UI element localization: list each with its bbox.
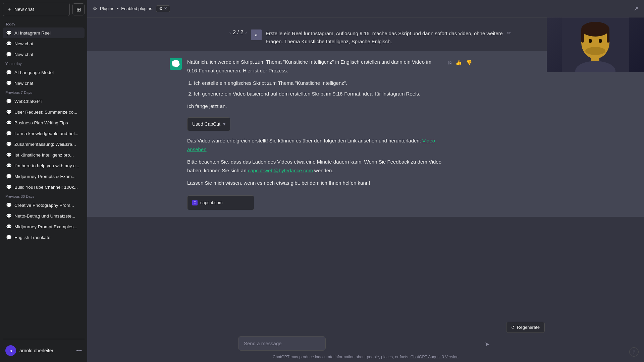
chat-icon: 💬 — [6, 141, 12, 147]
ai-message-content: Natürlich, ich werde ein Skript zum Them… — [187, 58, 442, 210]
ai-closing: Lassen Sie mich wissen, wenn es noch etw… — [187, 179, 442, 187]
edit-message-button[interactable]: ✏ — [507, 30, 511, 36]
sidebar-toggle-button[interactable]: ⊞ — [72, 3, 85, 15]
sidebar-item-kunstliche[interactable]: 💬 Ist künstliche Intelligenz pro... — [3, 149, 85, 160]
sidebar-item-business-plan[interactable]: 💬 Business Plan Writing Tips — [3, 117, 85, 128]
prev-arrow[interactable]: ‹ — [229, 30, 231, 35]
user-message-row: ‹ 2 / 2 › a Erstelle ein Reel für Instag… — [220, 24, 511, 51]
plugin-dropdown[interactable]: Used CapCut ▾ — [187, 117, 230, 131]
sidebar-item-label: Netto-Betrag und Umsatzste... — [14, 214, 81, 219]
section-today: Today — [3, 20, 85, 27]
video-preview-inner — [547, 17, 644, 72]
share-icon[interactable]: ↗ — [634, 5, 639, 12]
message-input[interactable] — [238, 336, 326, 351]
section-7days: Previous 7 Days — [3, 88, 85, 96]
sidebar-item-new-chat-yesterday[interactable]: 💬 New chat — [3, 78, 85, 88]
sidebar-item-label: I'm here to help you with any c... — [14, 163, 81, 168]
sidebar-item-ai-instagram-reel[interactable]: 💬 AI Instagram Reel ✏ 🗑 — [3, 27, 85, 38]
copy-button[interactable]: ⎘ — [448, 59, 452, 66]
help-button[interactable]: ? — [629, 347, 639, 357]
plugin-badge-close[interactable]: ✕ — [164, 6, 167, 11]
plugins-label: Plugins — [100, 6, 114, 11]
dot-separator: • — [117, 6, 119, 11]
sidebar-footer: a arnold oberleiter ••• — [3, 339, 85, 359]
sidebar-item-new-chat-1[interactable]: 💬 New chat — [3, 38, 85, 49]
chat-icon: 💬 — [6, 120, 12, 125]
nav-count: 2 / 2 — [233, 29, 243, 36]
sidebar-item-label: Creative Photography Prom... — [14, 203, 81, 208]
chat-icon: 💬 — [6, 174, 12, 179]
source-url: capcut.com — [200, 199, 222, 206]
sidebar-item-label: Ist künstliche Intelligenz pro... — [14, 153, 81, 158]
next-arrow[interactable]: › — [245, 30, 247, 35]
user-info[interactable]: a arnold oberleiter ••• — [3, 342, 85, 359]
sidebar-item-label: New chat — [14, 41, 81, 46]
sidebar-item-new-chat-2[interactable]: 💬 New chat — [3, 49, 85, 60]
svg-rect-5 — [581, 29, 584, 43]
layout-icon: ⊞ — [76, 6, 81, 13]
footer-note: ChatGPT may produce inaccurate informati… — [93, 355, 639, 359]
plugin-badge-icon: ⚙ — [159, 6, 163, 11]
ai-loading-note: Bitte beachten Sie, dass das Laden des V… — [187, 158, 442, 175]
svg-point-7 — [589, 39, 592, 43]
enabled-plugin-badge[interactable]: ⚙ ✕ — [156, 5, 170, 12]
sidebar-item-build-youtube[interactable]: 💬 Build YouTube Channel: 100k... — [3, 182, 85, 192]
sidebar-item-midjourney-prompt[interactable]: 💬 Midjourney Prompt Examples... — [3, 221, 85, 232]
source-card[interactable]: C capcut.com — [187, 195, 254, 210]
sidebar-item-label: User Request: Summarize co... — [14, 110, 81, 115]
bottom-bar: ↺ Regenerate ➤ ChatGPT may produce inacc… — [87, 318, 644, 362]
plugin-icon: ⚙ — [93, 5, 97, 12]
sidebar-item-label: New chat — [14, 52, 81, 57]
main-content: ⚙ Plugins • Enabled plugins: ⚙ ✕ ↗ — [87, 0, 644, 362]
send-button[interactable]: ➤ — [485, 341, 490, 348]
footer-link[interactable]: ChatGPT August 3 Version — [411, 355, 459, 359]
video-face-svg — [562, 17, 629, 72]
sidebar-item-creative-photography[interactable]: 💬 Creative Photography Prom... — [3, 200, 85, 210]
new-chat-button[interactable]: ＋ New chat — [3, 3, 70, 16]
sidebar-item-midjourney[interactable]: 💬 Midjourney Prompts & Exam... — [3, 171, 85, 182]
sidebar-header: ＋ New chat ⊞ — [3, 3, 85, 16]
sidebar-item-webchatgpt[interactable]: 💬 WebChatGPT — [3, 96, 85, 107]
input-row: ➤ — [238, 336, 493, 352]
ai-success-text: Das Video wurde erfolgreich erstellt! Si… — [187, 136, 442, 154]
section-30days: Previous 30 Days — [3, 192, 85, 200]
sidebar-item-label: Business Plan Writing Tips — [14, 120, 81, 125]
more-icon[interactable]: ••• — [76, 348, 82, 354]
sidebar-item-ai-language-model[interactable]: 💬 AI Language Model — [3, 67, 85, 78]
sidebar-item-label: Midjourney Prompts & Exam... — [14, 174, 81, 179]
ai-intro: Natürlich, ich werde ein Skript zum Them… — [187, 58, 442, 75]
video-preview — [547, 17, 644, 72]
plugins-area: ⚙ Plugins • Enabled plugins: ⚙ ✕ — [93, 5, 170, 12]
source-favicon: C — [192, 200, 198, 205]
sidebar-item-im-here[interactable]: 💬 I'm here to help you with any c... — [3, 160, 85, 171]
chat-icon: 💬 — [6, 163, 12, 168]
chat-icon: 💬 — [6, 131, 12, 136]
new-chat-label: New chat — [14, 7, 34, 12]
thumbs-down-button[interactable]: 👎 — [465, 59, 473, 66]
sidebar-item-label: New chat — [14, 81, 81, 86]
chat-icon: 💬 — [6, 52, 12, 57]
user-message-wrapper: ‹ 2 / 2 › a Erstelle ein Reel für Instag… — [215, 24, 517, 51]
ai-step-2: Ich generiere ein Video basierend auf de… — [194, 89, 442, 98]
thumbs-up-button[interactable]: 👍 — [455, 59, 463, 66]
svg-rect-6 — [607, 29, 609, 43]
input-wrapper: ➤ — [238, 336, 493, 352]
sidebar-item-netto-betrag[interactable]: 💬 Netto-Betrag und Umsatzste... — [3, 210, 85, 221]
user-name: arnold oberleiter — [19, 348, 73, 353]
regenerate-label: Regenerate — [517, 325, 540, 330]
sidebar-item-user-request[interactable]: 💬 User Request: Summarize co... — [3, 107, 85, 117]
enabled-plugins-label: Enabled plugins: — [121, 6, 153, 11]
chat-icon: 💬 — [6, 184, 12, 190]
chat-icon: 💬 — [6, 70, 12, 75]
chat-icon: 💬 — [6, 213, 12, 219]
ai-message-row: Natürlich, ich werde ein Skript zum Them… — [164, 51, 567, 217]
ai-step-1: Ich erstelle ein englisches Skript zum T… — [194, 79, 442, 87]
regenerate-button[interactable]: ↺ Regenerate — [506, 322, 545, 333]
sidebar-item-zusammenfassung[interactable]: 💬 Zusammenfassung: Weißkra... — [3, 139, 85, 149]
sidebar-item-english-transkate[interactable]: 💬 English Trasnkate — [3, 232, 85, 243]
dropdown-arrow-icon: ▾ — [223, 120, 225, 128]
chat-icon: 💬 — [6, 235, 12, 240]
sidebar-item-label: Midjourney Prompt Examples... — [14, 224, 81, 229]
sidebar-item-knowledgeable[interactable]: 💬 I am a knowledgeable and hel... — [3, 128, 85, 139]
email-link[interactable]: capcut-web@bytedance.com — [248, 168, 313, 173]
